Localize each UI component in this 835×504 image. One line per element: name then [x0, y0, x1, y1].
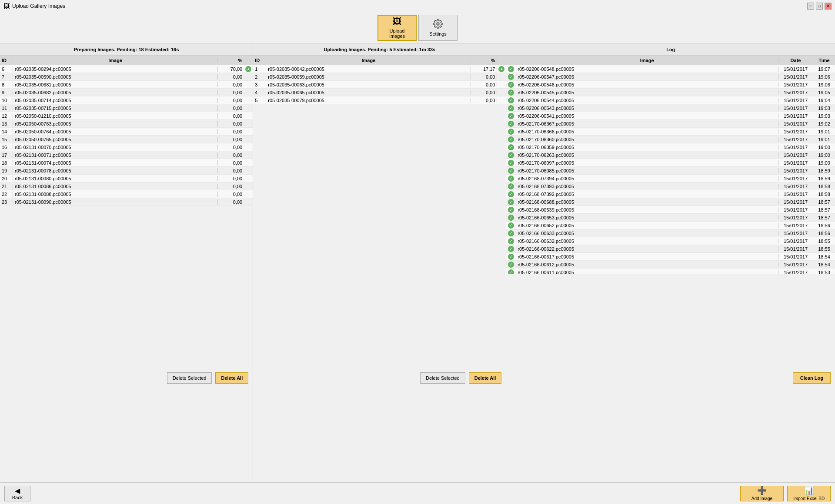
cell-log-time: 18:55 [813, 246, 835, 252]
table-row[interactable]: ✓ r05-02168-07392.pc00005 15/01/2017 18:… [506, 190, 835, 198]
cell-log-date: 15/01/2017 [778, 160, 813, 166]
table-row[interactable]: 2 r05-02035-00059.pc00005 0,00 [253, 73, 506, 81]
close-button[interactable]: ✕ [825, 3, 832, 10]
cell-log-time: 19:06 [813, 82, 835, 87]
cell-log-time: 18:57 [813, 199, 835, 205]
table-row[interactable]: ✓ r05-02166-00622.pc00005 15/01/2017 18:… [506, 245, 835, 253]
uploading-table-body[interactable]: 1 r05-02035-00042.pc00005 17,17 ● 2 r05-… [253, 65, 506, 274]
table-row[interactable]: ✓ r05-02206-00541.pc00005 15/01/2017 19:… [506, 112, 835, 120]
table-row[interactable]: ✓ r05-02206-00543.pc00005 15/01/2017 19:… [506, 104, 835, 112]
table-row[interactable]: 11 r05-02035-00715.pc00005 0,00 [0, 104, 253, 112]
table-row[interactable]: ✓ r05-02170-06085.pc00005 15/01/2017 18:… [506, 167, 835, 175]
table-row[interactable]: 9 r05-02035-00682.pc00005 0,00 [0, 89, 253, 96]
cell-log-date: 15/01/2017 [778, 207, 813, 212]
table-row[interactable]: 13 r05-02050-00763.pc00005 0,00 [0, 120, 253, 128]
uploading-delete-selected-button[interactable]: Delete Selected [420, 372, 465, 384]
cell-id: 5 [253, 98, 266, 103]
table-row[interactable]: 19 r05-02131-00078.pc00005 0,00 [0, 167, 253, 175]
table-row[interactable]: ✓ r05-02166-00633.pc00005 15/01/2017 18:… [506, 229, 835, 237]
preparing-table-body[interactable]: 6 r05-02035-00294.pc00005 70,00 ● 7 r05-… [0, 65, 253, 274]
table-row[interactable]: ✓ r05-02170-06359.pc00005 15/01/2017 19:… [506, 143, 835, 151]
table-row[interactable]: 21 r05-02131-00086.pc00005 0,00 [0, 182, 253, 190]
table-row[interactable]: ✓ r05-02166-00653.pc00005 15/01/2017 18:… [506, 214, 835, 222]
table-row[interactable]: ✓ r05-02168-07394.pc00005 15/01/2017 18:… [506, 175, 835, 182]
import-excel-button[interactable]: 📊 Import Excel BD [787, 486, 831, 501]
maximize-button[interactable]: □ [816, 3, 823, 10]
table-row[interactable]: ✓ r05-02206-00548.pc00005 15/01/2017 19:… [506, 65, 835, 73]
table-row[interactable]: 10 r05-02035-00714.pc00005 0,00 [0, 96, 253, 104]
table-row[interactable]: ✓ r05-02206-00546.pc00005 15/01/2017 19:… [506, 81, 835, 89]
settings-button[interactable]: Settings [418, 15, 458, 41]
table-row[interactable]: ✓ r05-02168-07393.pc00005 15/01/2017 18:… [506, 182, 835, 190]
table-row[interactable]: ✓ r05-02170-06366.pc00005 15/01/2017 19:… [506, 128, 835, 136]
cell-id: 8 [0, 82, 13, 87]
table-row[interactable]: ✓ r05-02166-00632.pc00005 15/01/2017 18:… [506, 237, 835, 245]
log-check-icon: ✓ [506, 222, 516, 229]
table-row[interactable]: 20 r05-02131-00080.pc00005 0,00 [0, 175, 253, 182]
cell-id: 13 [0, 121, 13, 126]
table-row[interactable]: 12 r05-02050-01210.pc00005 0,00 [0, 112, 253, 120]
cell-log-time: 19:07 [813, 66, 835, 72]
preparing-panel-header: Preparing Images. Pending: 18 Estimated:… [0, 43, 253, 56]
table-row[interactable]: 18 r05-02131-00074.pc00005 0,00 [0, 159, 253, 167]
cell-log-time: 18:58 [813, 192, 835, 197]
add-image-button[interactable]: ➕ Add Image [740, 486, 784, 501]
table-row[interactable]: 1 r05-02035-00042.pc00005 17,17 ● [253, 65, 506, 73]
table-row[interactable]: ✓ r05-02206-00545.pc00005 15/01/2017 19:… [506, 89, 835, 96]
cell-id: 22 [0, 192, 13, 197]
preparing-delete-selected-button[interactable]: Delete Selected [167, 372, 212, 384]
table-row[interactable]: 16 r05-02131-00070.pc00005 0,00 [0, 143, 253, 151]
cell-log-date: 15/01/2017 [778, 184, 813, 189]
col-id-label-u: ID [253, 58, 266, 63]
upload-images-button[interactable]: 🖼 Upload Images [377, 15, 417, 41]
cell-id: 1 [253, 66, 266, 72]
table-row[interactable]: ✓ r05-02206-00547.pc00005 15/01/2017 19:… [506, 73, 835, 81]
table-row[interactable]: 5 r05-02035-00079.pc00005 0,00 [253, 96, 506, 104]
import-excel-icon: 📊 [804, 486, 814, 495]
log-table-body[interactable]: ✓ r05-02206-00548.pc00005 15/01/2017 19:… [506, 65, 835, 274]
table-row[interactable]: 4 r05-02035-00065.pc00005 0,00 [253, 89, 506, 96]
table-row[interactable]: ✓ r05-02166-00611.pc00005 15/01/2017 18:… [506, 269, 835, 274]
clean-log-button[interactable]: Clean Log [793, 372, 831, 384]
cell-pct: 0,00 [218, 184, 244, 189]
table-row[interactable]: ✓ r05-02170-06263.pc00005 15/01/2017 19:… [506, 151, 835, 159]
cell-log-image: r05-02206-00546.pc00005 [516, 82, 778, 87]
table-row[interactable]: 6 r05-02035-00294.pc00005 70,00 ● [0, 65, 253, 73]
cell-log-date: 15/01/2017 [778, 98, 813, 103]
cell-log-image: r05-02168-07392.pc00005 [516, 192, 778, 197]
import-excel-label: Import Excel BD [793, 496, 825, 501]
table-row[interactable]: ✓ r05-02168-00539.pc00005 15/01/2017 18:… [506, 206, 835, 214]
table-row[interactable]: ✓ r05-02170-06367.pc00005 15/01/2017 19:… [506, 120, 835, 128]
minimize-button[interactable]: ─ [807, 3, 814, 10]
table-row[interactable]: ✓ r05-02206-00544.pc00005 15/01/2017 19:… [506, 96, 835, 104]
back-button[interactable]: ◀ Back [4, 486, 30, 501]
table-row[interactable]: ✓ r05-02170-06360.pc00005 15/01/2017 19:… [506, 136, 835, 143]
cell-log-image: r05-02170-06085.pc00005 [516, 168, 778, 173]
log-check-icon: ✓ [506, 97, 516, 103]
table-row[interactable]: 7 r05-02035-00590.pc00005 0,00 [0, 73, 253, 81]
uploading-delete-all-button[interactable]: Delete All [469, 372, 502, 384]
upload-images-label: Upload Images [382, 28, 412, 39]
window-title: Upload Gallery Images [12, 3, 65, 9]
table-row[interactable]: ✓ r05-02166-00652.pc00005 15/01/2017 18:… [506, 222, 835, 229]
table-row[interactable]: 17 r05-02131-00071.pc00005 0,00 [0, 151, 253, 159]
cell-image: r05-02131-00090.pc00005 [13, 199, 218, 205]
table-row[interactable]: 8 r05-02035-00681.pc00005 0,00 [0, 81, 253, 89]
table-row[interactable]: ✓ r05-02168-00688.pc00005 15/01/2017 18:… [506, 198, 835, 206]
cell-pct: 0,00 [218, 199, 244, 205]
table-row[interactable]: ✓ r05-02166-00612.pc00005 15/01/2017 18:… [506, 261, 835, 269]
table-row[interactable]: 23 r05-02131-00090.pc00005 0,00 [0, 198, 253, 206]
cell-log-time: 18:56 [813, 231, 835, 236]
table-row[interactable]: ✓ r05-02166-00617.pc00005 15/01/2017 18:… [506, 253, 835, 261]
table-row[interactable]: 15 r05-02050-00765.pc00005 0,00 [0, 136, 253, 143]
table-row[interactable]: 22 r05-02131-00088.pc00005 0,00 [0, 190, 253, 198]
cell-image: r05-02035-00063.pc00005 [266, 82, 471, 87]
cell-log-date: 15/01/2017 [778, 106, 813, 111]
cell-log-image: r05-02206-00548.pc00005 [516, 66, 778, 72]
table-row[interactable]: ✓ r05-02170-06097.pc00005 15/01/2017 19:… [506, 159, 835, 167]
uploading-panel-header: Uploading Images. Pending: 5 Estimated: … [253, 43, 506, 56]
table-row[interactable]: 3 r05-02035-00063.pc00005 0,00 [253, 81, 506, 89]
table-row[interactable]: 14 r05-02050-00764.pc00005 0,00 [0, 128, 253, 136]
cell-log-date: 15/01/2017 [778, 153, 813, 158]
preparing-delete-all-button[interactable]: Delete All [215, 372, 248, 384]
